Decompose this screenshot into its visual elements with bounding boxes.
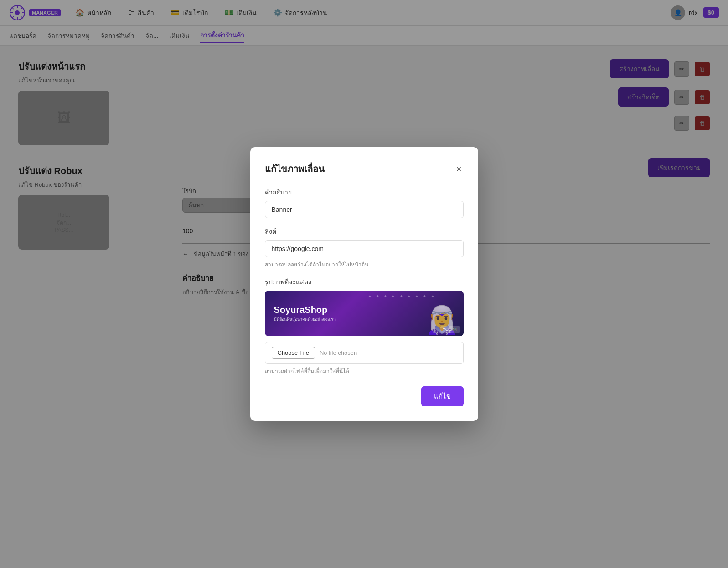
preview-shop-text: SoyuraShop มีดีย้อนคืนสู่อนาคตด้วยอย่างเ… bbox=[274, 305, 336, 322]
no-file-text: No file chosen bbox=[320, 349, 357, 356]
modal-image-preview: ✦ ✦ ✦ ✦ ✦ ✦ ✦ ✦ ✦ SoyuraShop มีดีย้อนคืน… bbox=[265, 291, 464, 336]
modal-footer: แก้ไข bbox=[265, 386, 464, 406]
modal-description-input[interactable] bbox=[265, 201, 464, 218]
choose-file-button[interactable]: Choose File bbox=[272, 347, 315, 359]
modal-description-field: คำอธิบาย bbox=[265, 187, 464, 218]
preview-stars: ✦ ✦ ✦ ✦ ✦ ✦ ✦ ✦ ✦ bbox=[368, 294, 436, 298]
modal-link-field: ลิงค์ สามารถปล่อยว่างได้ถ้าไม่อยากให้ไปห… bbox=[265, 226, 464, 269]
modal-link-hint: สามารถปล่อยว่างได้ถ้าไม่อยากให้ไปหน้าอื่… bbox=[265, 260, 464, 269]
modal-description-label: คำอธิบาย bbox=[265, 187, 464, 197]
modal-image-field: รูปภาพที่จะแสดง ✦ ✦ ✦ ✦ ✦ ✦ ✦ ✦ ✦ Soyura… bbox=[265, 277, 464, 375]
preview-badge: YOE 🎮 bbox=[440, 326, 460, 333]
modal-edit-banner: แก้ไขภาพเลื่อน × คำอธิบาย ลิงค์ สามารถปล… bbox=[250, 147, 478, 421]
modal-overlay[interactable]: แก้ไขภาพเลื่อน × คำอธิบาย ลิงค์ สามารถปล… bbox=[0, 0, 728, 568]
confirm-button[interactable]: แก้ไข bbox=[421, 386, 464, 406]
modal-close-button[interactable]: × bbox=[454, 163, 464, 175]
modal-image-label: รูปภาพที่จะแสดง bbox=[265, 277, 464, 287]
modal-file-hint: สามารถฝากไฟล์ที่อื่นเพื่อมาใส่ที่นี่ได้ bbox=[265, 367, 464, 375]
file-input-area: Choose File No file chosen bbox=[265, 342, 464, 364]
preview-shop-sub: มีดีย้อนคืนสู่อนาคตด้วยอย่างเจอเรา bbox=[274, 316, 336, 322]
preview-banner: ✦ ✦ ✦ ✦ ✦ ✦ ✦ ✦ ✦ SoyuraShop มีดีย้อนคืน… bbox=[265, 291, 464, 336]
modal-link-label: ลิงค์ bbox=[265, 226, 464, 236]
modal-header: แก้ไขภาพเลื่อน × bbox=[265, 162, 464, 176]
modal-link-input[interactable] bbox=[265, 240, 464, 257]
modal-title: แก้ไขภาพเลื่อน bbox=[265, 162, 325, 176]
preview-shop-name: SoyuraShop bbox=[274, 305, 336, 315]
